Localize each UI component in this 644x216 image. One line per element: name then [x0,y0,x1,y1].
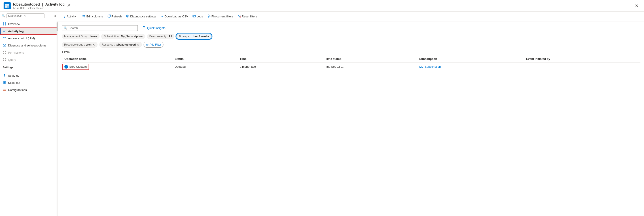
more-options-button[interactable]: ··· [74,3,78,9]
diagnostics-icon [126,14,129,18]
sidebar-search-input[interactable] [6,13,44,18]
quick-insights-button[interactable]: Quick Insights [140,25,167,31]
subscription-link[interactable]: My_Subscription [419,65,441,68]
edit-columns-label: Edit columns [86,15,103,18]
svg-rect-2 [5,6,7,7]
svg-point-19 [127,16,128,16]
svg-rect-12 [3,90,6,91]
diagnostics-button[interactable]: Diagnostics settings [124,14,158,19]
sidebar-scroll-thumb[interactable] [56,22,58,31]
filter-subscription[interactable]: Subscription : My_Subscription [101,34,145,39]
title-divider: | [42,2,43,7]
app-icon [4,2,11,9]
filter-event-severity[interactable]: Event severity : All [147,34,174,39]
sidebar: 🔍 « Overview Activity [0,12,58,216]
access-control-icon [3,36,6,40]
cell-subscription[interactable]: My_Subscription [416,62,524,71]
reset-filters-button[interactable]: Reset filters [236,14,259,19]
scale-out-icon [3,81,6,84]
diagnose-icon [3,43,6,47]
filter-resource-group[interactable]: Resource group : oren ✕ [62,42,98,48]
search-box-icon: 🔍 [64,26,67,30]
sidebar-item-overview[interactable]: Overview [0,20,58,27]
sidebar-item-query[interactable]: Query [0,56,58,63]
svg-rect-0 [5,4,7,5]
filter-row: Management Group : None Subscription : M… [62,34,640,39]
quick-insights-label: Quick Insights [147,26,166,30]
refresh-button[interactable]: Refresh [106,14,124,19]
activity-dropdown-icon: ∨ [64,15,66,18]
query-icon [3,58,6,61]
download-icon [160,14,164,18]
settings-section-label: Settings [0,63,58,70]
resource-title: tobeautostoped [13,2,40,6]
add-filter-button[interactable]: ⊕ Add Filter [144,42,164,48]
filter-subscription-value: My_Subscription [121,35,143,38]
svg-point-7 [3,37,4,38]
toolbar-sep-1 [79,14,79,19]
reset-filters-label: Reset filters [242,15,257,18]
svg-point-18 [126,15,129,17]
filter-subscription-label: Subscription : [104,35,120,38]
data-table: Operation name Status Time Time stamp Su… [62,55,640,71]
sidebar-item-scale-up[interactable]: Scale up [0,72,58,79]
logs-button[interactable]: Logs [191,14,204,19]
close-button[interactable]: ✕ [633,2,640,9]
filter-resource-group-label: Resource group : [64,43,85,46]
col-timestamp: Time stamp [323,55,416,62]
sidebar-item-activity-log[interactable]: Activity log [0,27,58,35]
col-status: Status [172,55,237,62]
overview-label: Overview [8,22,20,26]
edit-columns-button[interactable]: Edit columns [80,14,105,19]
filter-resource[interactable]: Resource : tobeautostoped ✕ [99,42,142,48]
filter-row-2: Resource group : oren ✕ Resource : tobea… [62,42,640,48]
svg-point-8 [5,37,6,38]
svg-rect-5 [3,31,6,31]
search-icon: 🔍 [2,14,5,17]
edit-columns-icon [82,14,86,18]
access-control-label: Access control (IAM) [8,37,35,40]
filter-resource-close[interactable]: ✕ [137,43,139,46]
table-header: Operation name Status Time Time stamp Su… [62,55,640,62]
operation-info-icon: i [64,65,68,69]
filter-resource-group-value: oren [86,43,92,46]
main-layout: 🔍 « Overview Activity [0,12,644,216]
cell-timestamp: Thu Sep 16 ... [323,62,416,71]
pin-filters-icon [207,14,210,18]
download-csv-button[interactable]: Download as CSV [159,14,190,19]
sidebar-item-configurations[interactable]: Configurations [0,86,58,93]
search-input[interactable] [69,26,136,30]
refresh-label: Refresh [112,15,122,18]
svg-rect-10 [3,89,6,89]
sidebar-scrollbar[interactable] [56,21,58,216]
svg-rect-3 [8,6,9,7]
activity-log-label: Activity log [8,29,24,33]
pin-filters-button[interactable]: Pin current filters [206,14,235,19]
sidebar-item-permissions[interactable]: Permissions [0,49,58,56]
cell-operation-name[interactable]: i Stop Clusters [62,62,172,71]
sidebar-item-access-control[interactable]: Access control (IAM) [0,35,58,42]
diagnose-label: Diagnose and solve problems [8,44,46,47]
filter-timespan-label: Timespan : [179,35,192,38]
sidebar-item-scale-out[interactable]: Scale out [0,79,58,86]
configurations-icon [3,88,6,92]
svg-rect-6 [3,31,5,32]
query-label: Query [8,58,16,61]
permissions-icon [3,51,6,54]
table-row[interactable]: i Stop Clusters Updated a month ago Thu … [62,62,640,71]
sidebar-collapse-button[interactable]: « [54,14,56,18]
filter-timespan[interactable]: Timespan : Last 2 weeks [176,34,212,39]
page-title: Activity log [46,2,64,6]
top-header: tobeautostoped | Activity log Azure Data… [0,0,644,12]
filter-management-group-value: None [90,35,97,38]
filter-event-severity-value: All [168,35,172,38]
operation-name-text: Stop Clusters [69,65,87,68]
pin-button[interactable] [66,3,72,9]
filter-management-group[interactable]: Management Group : None [62,34,100,39]
sidebar-item-diagnose[interactable]: Diagnose and solve problems [0,42,58,49]
activity-button[interactable]: ∨ Activity [62,14,78,19]
activity-log-icon [3,29,6,33]
col-time: Time [237,55,323,62]
filter-resource-group-close[interactable]: ✕ [92,43,95,46]
col-operation-name: Operation name [62,55,172,62]
